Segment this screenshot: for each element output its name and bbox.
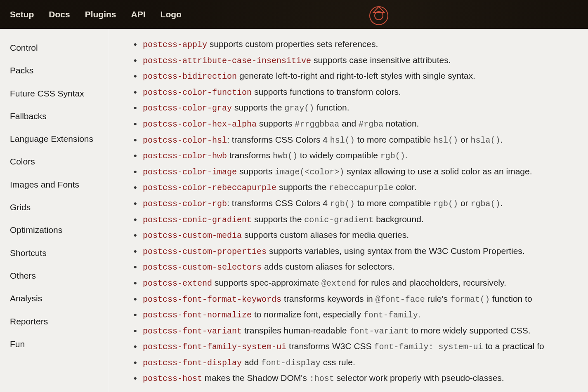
plugin-desc-text: css rule. <box>321 357 355 367</box>
plugin-desc-text: or <box>458 198 470 208</box>
sidebar-item-fun[interactable]: Fun <box>0 333 108 355</box>
plugin-link[interactable]: postcss-font-display <box>143 358 242 368</box>
plugin-item: postcss-color-function supports function… <box>133 84 588 100</box>
inline-code: font-variant <box>349 326 409 336</box>
nav-setup[interactable]: Setup <box>10 9 34 19</box>
plugin-link[interactable]: postcss-color-hex-alpha <box>143 120 257 129</box>
plugin-desc-text: for rules and placeholders, recursively. <box>356 278 506 287</box>
plugin-item: postcss-conic-gradient supports the coni… <box>133 211 588 228</box>
plugin-item: postcss-extend supports spec-approximate… <box>133 275 588 291</box>
inline-code: rgba() <box>470 199 500 209</box>
sidebar-item-future-css-syntax[interactable]: Future CSS Syntax <box>0 82 108 105</box>
plugin-item: postcss-color-hwb transforms hwb() to wi… <box>133 148 588 164</box>
sidebar-item-fallbacks[interactable]: Fallbacks <box>0 105 108 127</box>
sidebar-item-language-extensions[interactable]: Language Extensions <box>0 127 108 150</box>
plugin-desc-text: to normalize font, especially <box>252 310 364 319</box>
sidebar-item-analysis[interactable]: Analysis <box>0 287 108 310</box>
plugin-link[interactable]: postcss-font-family-system-ui <box>143 342 286 352</box>
plugin-link[interactable]: postcss-host <box>143 374 202 383</box>
plugin-desc-text: supports the <box>232 103 284 112</box>
plugin-item: postcss-custom-selectors adds custom ali… <box>133 259 588 275</box>
plugin-desc-text: color. <box>393 182 416 192</box>
nav-docs[interactable]: Docs <box>49 9 70 19</box>
plugin-desc-text: supports functions to transform colors. <box>252 87 401 96</box>
plugin-link[interactable]: postcss-custom-selectors <box>143 263 262 272</box>
plugin-desc-text: . <box>405 150 408 160</box>
sidebar-item-shortcuts[interactable]: Shortcuts <box>0 242 108 264</box>
plugin-desc-text: supports spec-approximate <box>212 278 321 287</box>
plugin-link[interactable]: postcss-font-format-keywords <box>143 295 281 304</box>
sidebar-item-grids[interactable]: Grids <box>0 196 108 218</box>
plugin-desc-text: generate left-to-right and right-to-left… <box>237 71 475 80</box>
plugin-desc-text: to more compatible <box>355 135 433 144</box>
plugin-item: postcss-attribute-case-insensitive suppo… <box>133 52 588 68</box>
inline-code: gray() <box>284 103 314 113</box>
plugin-link[interactable]: postcss-color-hwb <box>143 151 227 161</box>
plugin-desc-text: : transforms CSS Colors 4 <box>227 135 330 144</box>
plugin-item: postcss-bidirection generate left-to-rig… <box>133 68 588 84</box>
inline-code: hsla() <box>470 136 500 145</box>
plugin-desc-text: makes the Shadow DOM's <box>202 373 309 383</box>
plugin-item: postcss-font-variant transpiles human-re… <box>133 323 588 339</box>
plugin-item: postcss-font-normalize to normalize font… <box>133 307 588 323</box>
plugin-desc-text: supports the <box>252 214 304 224</box>
plugin-link[interactable]: postcss-color-image <box>143 167 237 177</box>
plugin-desc-text: and <box>339 119 359 128</box>
plugin-desc-text: . <box>500 198 503 208</box>
plugin-desc-text: transpiles human-readable <box>242 326 349 335</box>
plugin-desc-text: rule's <box>425 294 450 303</box>
plugin-link[interactable]: postcss-color-rgb <box>143 199 227 209</box>
plugin-desc-text: to more widely supported CSS. <box>409 326 530 335</box>
top-nav: Setup Docs Plugins API Logo <box>0 0 588 29</box>
plugin-desc-text: supports the <box>276 182 329 192</box>
sidebar-item-control[interactable]: Control <box>0 36 108 59</box>
sidebar: ControlPacksFuture CSS SyntaxFallbacksLa… <box>0 29 108 392</box>
inline-code: rgb() <box>433 199 458 209</box>
inline-code: font-family: system-ui <box>374 342 483 352</box>
sidebar-item-colors[interactable]: Colors <box>0 150 108 173</box>
plugin-link[interactable]: postcss-bidirection <box>143 72 237 81</box>
plugin-item: postcss-font-family-system-ui transforms… <box>133 338 588 354</box>
plugin-item: postcss-font-display add font-display cs… <box>133 354 588 371</box>
plugin-link[interactable]: postcss-color-function <box>143 88 252 97</box>
plugin-link[interactable]: postcss-conic-gradient <box>143 215 252 225</box>
plugin-item: postcss-color-rgb: transforms CSS Colors… <box>133 195 588 211</box>
sidebar-item-images-and-fonts[interactable]: Images and Fonts <box>0 173 108 196</box>
sidebar-item-others[interactable]: Others <box>0 264 108 287</box>
plugin-desc-text: to widely compatible <box>298 150 380 160</box>
plugin-link[interactable]: postcss-color-rebeccapurple <box>143 183 276 192</box>
plugin-desc-text: supports custom properties sets referenc… <box>207 39 378 49</box>
plugin-desc-text: to more compatible <box>355 198 433 208</box>
plugin-item: postcss-color-gray supports the gray() f… <box>133 100 588 116</box>
main-content: postcss-apply supports custom properties… <box>108 29 588 392</box>
plugin-list: postcss-apply supports custom properties… <box>133 36 588 386</box>
plugin-desc-text: : transforms CSS Colors 4 <box>227 198 330 208</box>
plugin-link[interactable]: postcss-font-normalize <box>143 310 252 320</box>
svg-point-0 <box>370 7 388 25</box>
sidebar-item-reporters[interactable]: Reporters <box>0 310 108 333</box>
plugin-item: postcss-font-format-keywords transforms … <box>133 291 588 307</box>
plugin-item: postcss-host makes the Shadow DOM's :hos… <box>133 370 588 386</box>
plugin-link[interactable]: postcss-font-variant <box>143 326 242 336</box>
plugin-desc-text: . <box>418 310 420 319</box>
nav-plugins[interactable]: Plugins <box>85 9 116 19</box>
plugin-link[interactable]: postcss-attribute-case-insensitive <box>143 56 311 66</box>
inline-code: font-display <box>261 358 321 368</box>
plugin-desc-text: syntax allowing to use a solid color as … <box>344 167 532 176</box>
nav-api[interactable]: API <box>131 9 146 19</box>
sidebar-item-packs[interactable]: Packs <box>0 59 108 82</box>
sidebar-item-optimizations[interactable]: Optimizations <box>0 218 108 241</box>
plugin-link[interactable]: postcss-custom-properties <box>143 247 267 256</box>
inline-code: rebeccapurple <box>329 183 393 192</box>
plugin-link[interactable]: postcss-apply <box>143 40 207 49</box>
plugin-link[interactable]: postcss-color-gray <box>143 103 232 113</box>
plugin-link[interactable]: postcss-custom-media <box>143 231 242 240</box>
plugin-link[interactable]: postcss-color-hsl <box>143 136 227 145</box>
plugin-item: postcss-color-image supports image(<colo… <box>133 164 588 180</box>
plugin-link[interactable]: postcss-extend <box>143 279 212 288</box>
plugin-item: postcss-custom-properties supports varia… <box>133 243 588 259</box>
plugin-desc-text: function. <box>314 103 349 112</box>
nav-logo[interactable]: Logo <box>161 9 182 19</box>
plugin-desc-text: supports <box>257 119 295 128</box>
plugin-desc-text: background. <box>373 214 423 224</box>
